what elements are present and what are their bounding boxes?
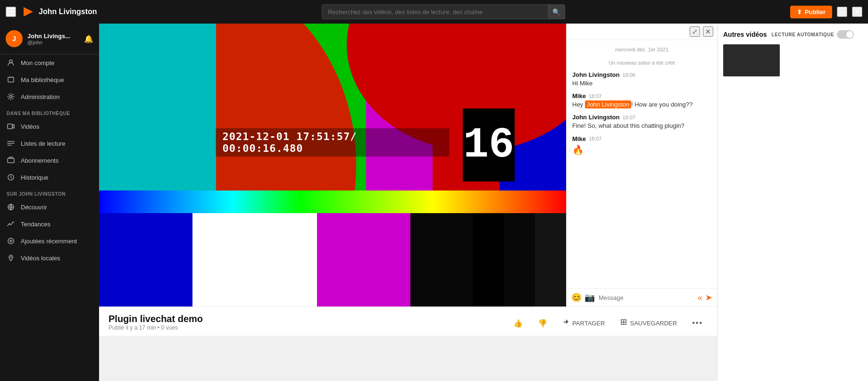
close-chat-button[interactable]: ✕ <box>703 26 713 37</box>
sidebar: J John Livings... @john 🔔 Mon compte Ma … <box>0 24 99 381</box>
sidebar-item-label: Historique <box>21 174 49 181</box>
sidebar-item-label: Mon compte <box>21 59 55 66</box>
right-panel-title: Autres vidéos <box>723 31 767 38</box>
autoplay-switch[interactable] <box>837 30 854 39</box>
chat-msg-author: John Livingston <box>572 114 619 121</box>
right-panel-header: Autres vidéos LECTURE AUTOMATIQUE <box>723 30 862 39</box>
video-player[interactable]: 2021-12-01 17:51:57/ 00:00:16.480 16 <box>99 24 566 306</box>
like-button[interactable]: 👍 <box>509 316 527 331</box>
svg-rect-4 <box>8 124 12 129</box>
channel-section-label: SUR JOHN LIVINGSTON <box>0 186 99 199</box>
publish-button[interactable]: ⬆ Publier <box>790 6 832 18</box>
content-area: 2021-12-01 17:51:57/ 00:00:16.480 16 ⤢ ✕ <box>99 24 717 381</box>
like-icon: 👍 <box>513 319 523 328</box>
chat-emoji-icons: 😊 📷 <box>571 292 595 303</box>
avatar: J <box>6 30 23 47</box>
digit-display: 16 <box>463 124 514 166</box>
toggle-knob <box>846 31 853 38</box>
share-button[interactable]: PARTAGER <box>558 315 609 331</box>
svg-rect-2 <box>8 77 14 82</box>
svg-point-9 <box>10 257 12 258</box>
chat-top-icons: ⤢ ✕ <box>690 26 713 37</box>
sidebar-username: John Livings... <box>27 33 79 40</box>
search-button[interactable]: 🔍 <box>548 4 565 19</box>
sidebar-item-label: Ajoutées récemment <box>21 238 77 245</box>
sidebar-item-historique[interactable]: Historique <box>0 169 99 186</box>
share-icon <box>562 318 570 328</box>
video-title: Plugin livechat demo <box>108 314 203 324</box>
video-timestamp: 2021-12-01 17:51:57/ 00:00:16.480 <box>223 131 357 154</box>
sidebar-item-videos[interactable]: Vidéos <box>0 118 99 135</box>
save-icon <box>620 318 627 328</box>
close-window-button[interactable]: ✕ <box>852 7 862 17</box>
chat-msg-body: Hey John Livingston! How are you doing?? <box>572 100 711 109</box>
playlist-icon <box>7 139 15 148</box>
search-input[interactable] <box>322 4 548 19</box>
globe-icon <box>7 203 15 211</box>
chat-back-icon[interactable]: « <box>698 293 702 303</box>
publish-label: Publier <box>805 8 826 16</box>
test-card: 2021-12-01 17:51:57/ 00:00:16.480 16 <box>99 24 566 306</box>
chat-message-input[interactable] <box>599 294 694 301</box>
play-logo-icon <box>22 5 35 18</box>
autoplay-label: LECTURE AUTOMATIQUE <box>772 32 835 37</box>
chat-message: Mike 18:07 Hey John Livingston! How are … <box>572 92 711 109</box>
sidebar-item-ajoutees-recemment[interactable]: Ajoutées récemment <box>0 232 99 249</box>
avatar-letter: J <box>12 35 16 42</box>
chat-msg-text-after: ! How are you doing?? <box>631 101 693 108</box>
chat-msg-header: John Livingston 18:06 <box>572 71 711 78</box>
suggested-video[interactable] <box>723 44 862 76</box>
svg-point-1 <box>9 60 12 63</box>
emoji-icon[interactable]: 😊 <box>571 292 582 303</box>
chat-msg-time: 18:06 <box>622 72 635 78</box>
library-icon <box>7 75 15 84</box>
sidebar-user-info: John Livings... @john <box>27 33 79 45</box>
chat-input-area: 😊 📷 « ➤ <box>567 288 717 306</box>
video-info-left: Plugin livechat demo Publié il y a 17 mi… <box>108 314 203 331</box>
chat-date-divider: mercredi déc. 1er 2021 <box>572 47 711 52</box>
trending-icon <box>7 220 15 228</box>
chat-message: John Livingston 18:06 Hi Mike <box>572 71 711 88</box>
fullscreen-button[interactable]: ⤢ <box>837 7 847 17</box>
camera-icon[interactable]: 📷 <box>584 292 595 303</box>
dislike-button[interactable]: 👎 <box>533 316 552 331</box>
subscriptions-icon <box>7 156 15 165</box>
video-actions-row: 👍 👎 PARTAGER S <box>509 315 708 331</box>
chat-msg-author: Mike <box>572 92 586 99</box>
svg-point-3 <box>10 96 12 98</box>
chat-msg-header: John Livingston 18:07 <box>572 114 711 121</box>
location-icon <box>7 254 15 262</box>
save-button[interactable]: SAUVEGARDER <box>615 315 682 331</box>
sidebar-item-decouvrir[interactable]: Découvrir <box>0 199 99 215</box>
expand-chat-button[interactable]: ⤢ <box>690 26 700 37</box>
chat-msg-header: Mike 18:07 <box>572 92 711 99</box>
search-icon: 🔍 <box>552 8 560 16</box>
svg-marker-0 <box>24 7 33 17</box>
menu-button[interactable]: ☰ <box>6 7 16 17</box>
navbar: ☰ John Livingston 🔍 ⬆ Publier ⤢ ✕ <box>0 0 868 24</box>
library-section-label: DANS MA BIBLIOTHÈQUE <box>0 105 99 118</box>
sidebar-item-administration[interactable]: Administration <box>0 88 99 105</box>
chat-send-button[interactable]: ➤ <box>705 292 712 303</box>
sidebar-item-videos-locales[interactable]: Vidéos locales <box>0 249 99 266</box>
sidebar-item-listes-de-lecture[interactable]: Listes de lecture <box>0 135 99 152</box>
sidebar-user-handle: @john <box>27 40 79 45</box>
chat-send-icons: « ➤ <box>698 292 712 303</box>
sidebar-item-mon-compte[interactable]: Mon compte <box>0 54 99 71</box>
sidebar-item-ma-bibliotheque[interactable]: Ma bibliothèque <box>0 71 99 88</box>
right-panel: Autres vidéos LECTURE AUTOMATIQUE <box>717 24 868 381</box>
sidebar-user: J John Livings... @john 🔔 <box>0 24 99 54</box>
save-label: SAUVEGARDER <box>630 320 677 327</box>
sidebar-item-abonnements[interactable]: Abonnements <box>0 152 99 169</box>
site-logo[interactable]: John Livingston <box>22 5 97 18</box>
chat-msg-author: Mike <box>572 135 586 142</box>
notification-bell-icon[interactable]: 🔔 <box>84 34 93 43</box>
sidebar-item-tendances[interactable]: Tendances <box>0 215 99 232</box>
more-options-button[interactable]: ••• <box>687 316 708 330</box>
chat-message: Mike 18:07 🔥 <box>572 135 711 157</box>
chat-message: John Livingston 18:07 Fine! So, what abo… <box>572 114 711 130</box>
sidebar-item-label: Découvrir <box>21 204 47 211</box>
sidebar-item-label: Ma bibliothèque <box>21 76 64 83</box>
user-icon <box>7 58 15 67</box>
chat-messages: mercredi déc. 1er 2021 Un nouveau salon … <box>567 40 717 288</box>
